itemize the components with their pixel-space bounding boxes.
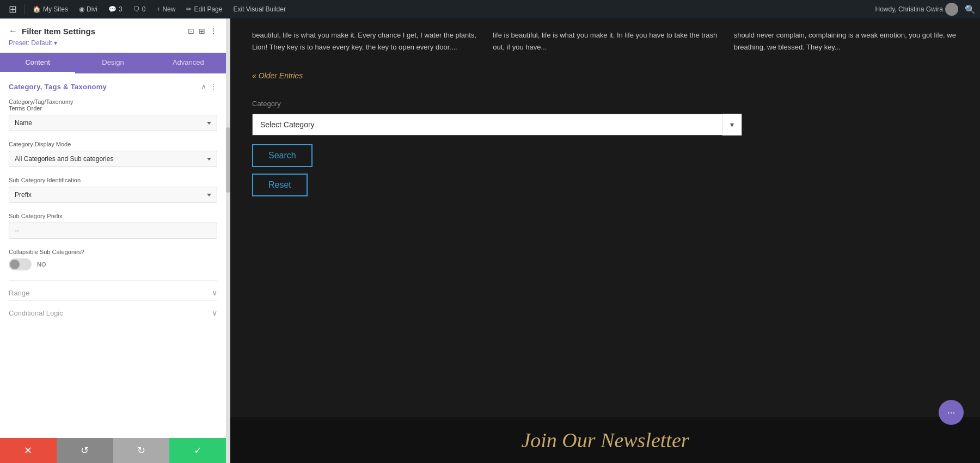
category-section: Category Select Category ▾ Search Reset [252, 98, 958, 203]
redo-button[interactable]: ↻ [113, 438, 170, 463]
terms-order-field: Category/Tag/Taxonomy Terms Order Name S… [9, 98, 217, 131]
panel-header: ← Filter Item Settings ⊡ ⊞ ⋮ Preset: Def… [0, 18, 226, 53]
section-title: Category, Tags & Taxonomy [9, 83, 107, 91]
sub-category-prefix-label: Sub Category Prefix [9, 213, 217, 219]
category-label: Category [252, 98, 958, 110]
tab-advanced[interactable]: Advanced [151, 53, 226, 73]
plus-icon: + [156, 5, 160, 13]
conditional-logic-header[interactable]: Conditional Logic ∨ [9, 308, 217, 317]
preset-label: Preset: Default ▾ [9, 39, 217, 47]
left-panel: ← Filter Item Settings ⊡ ⊞ ⋮ Preset: Def… [0, 18, 226, 463]
toggle-knob [10, 260, 20, 269]
avatar [945, 3, 958, 16]
exit-builder-button[interactable]: Exit Visual Builder [229, 3, 290, 15]
section-menu-icon[interactable]: ⋮ [210, 82, 217, 91]
comment-count-menu[interactable]: 🗨 0 [129, 3, 150, 15]
sub-category-id-label: Sub Category Identification [9, 177, 217, 183]
range-section: Range ∨ [9, 280, 217, 297]
search-icon[interactable]: 🔍 [965, 4, 976, 15]
comment-icon: 💬 [108, 5, 117, 13]
edit-page-link[interactable]: ✏ Edit Page [182, 3, 226, 15]
grid-icon[interactable]: ⊞ [199, 27, 205, 35]
sub-category-prefix-input[interactable] [9, 223, 217, 239]
tab-design[interactable]: Design [75, 53, 150, 73]
my-sites-icon: 🏠 [33, 5, 41, 13]
cancel-button[interactable]: ✕ [0, 438, 57, 463]
admin-bar-right: Howdy, Christina Gwira 🔍 [871, 1, 976, 18]
category-display-mode-field: Category Display Mode All Categories and… [9, 141, 217, 167]
newsletter-area: Join Our Newsletter [230, 417, 980, 463]
exit-builder-label: Exit Visual Builder [233, 5, 286, 13]
collapsible-sub-categories-field: Collapsible Sub Categories? NO [9, 249, 217, 270]
panel-header-top: ← Filter Item Settings ⊡ ⊞ ⋮ [9, 26, 217, 36]
panel-title: Filter Item Settings [22, 27, 183, 36]
blog-posts-grid: beautiful, life is what you make it. Eve… [252, 29, 958, 53]
admin-bar: ⊞ 🏠 My Sites ◉ Divi 💬 3 🗨 0 + New ✏ Edit… [0, 0, 980, 18]
preset-dropdown-icon[interactable]: ▾ [54, 39, 57, 47]
conditional-logic-chevron-icon: ∨ [212, 308, 217, 317]
my-sites-label: My Sites [43, 5, 68, 13]
reset-button[interactable]: Reset [252, 174, 308, 196]
category-display-mode-select[interactable]: All Categories and Sub categories Top Le… [9, 151, 217, 167]
filter-buttons: Search Reset [252, 144, 958, 203]
terms-order-select[interactable]: Name Slug Count Term Group ID [9, 115, 217, 131]
chat-bubble[interactable]: ··· [939, 400, 964, 425]
tab-content[interactable]: Content [0, 53, 75, 73]
comment-count-icon: 🗨 [133, 5, 140, 13]
search-button[interactable]: Search [252, 144, 313, 167]
preset-text: Preset: Default [9, 39, 52, 47]
main-layout: ← Filter Item Settings ⊡ ⊞ ⋮ Preset: Def… [0, 18, 980, 463]
category-select-wrapper[interactable]: Select Category ▾ [252, 114, 742, 135]
scrollbar-thumb[interactable] [226, 127, 230, 193]
right-canvas: beautiful, life is what you make it. Eve… [230, 18, 980, 463]
edit-icon: ✏ [186, 5, 192, 13]
save-button[interactable]: ✓ [169, 438, 226, 463]
newsletter-title: Join Our Newsletter [241, 428, 969, 452]
panel-scrollbar[interactable] [226, 18, 230, 463]
sub-category-id-select[interactable]: Prefix Indent None [9, 187, 217, 203]
bottom-toolbar: ✕ ↺ ↻ ✓ [0, 438, 226, 463]
blog-post-0: beautiful, life is what you make it. Eve… [252, 29, 476, 53]
comments-count: 3 [119, 5, 122, 13]
edit-page-label: Edit Page [194, 5, 222, 13]
my-sites-menu[interactable]: 🏠 My Sites [28, 3, 72, 15]
category-display-mode-label: Category Display Mode [9, 141, 217, 147]
separator-1 [24, 4, 25, 15]
howdy-label: Howdy, Christina Gwira [875, 5, 943, 13]
terms-order-label: Category/Tag/Taxonomy Terms Order [9, 98, 217, 112]
blog-area: beautiful, life is what you make it. Eve… [230, 18, 980, 214]
comments-menu[interactable]: 💬 3 [104, 3, 127, 15]
conditional-logic-title: Conditional Logic [9, 309, 63, 317]
menu-icon[interactable]: ⋮ [210, 27, 217, 35]
divi-label: Divi [87, 5, 97, 13]
panel-header-icons: ⊡ ⊞ ⋮ [188, 27, 217, 35]
toggle-label: NO [37, 261, 46, 268]
toggle-row: NO [9, 258, 217, 270]
range-header[interactable]: Range ∨ [9, 288, 217, 297]
category-dropdown-arrow[interactable]: ▾ [722, 114, 742, 135]
sub-category-prefix-field: Sub Category Prefix [9, 213, 217, 239]
section-controls: ∧ ⋮ [201, 82, 217, 91]
new-button[interactable]: + New [152, 3, 180, 15]
range-title: Range [9, 289, 29, 297]
panel-tabs: Content Design Advanced [0, 53, 226, 73]
sub-category-id-field: Sub Category Identification Prefix Inden… [9, 177, 217, 203]
collapsible-label: Collapsible Sub Categories? [9, 249, 217, 255]
section-header: Category, Tags & Taxonomy ∧ ⋮ [9, 82, 217, 91]
wp-icon[interactable]: ⊞ [4, 1, 21, 17]
conditional-logic-section: Conditional Logic ∨ [9, 300, 217, 317]
divi-icon: ◉ [79, 5, 84, 13]
blog-post-2: should never complain, complaining is a … [734, 29, 958, 53]
divi-menu[interactable]: ◉ Divi [75, 3, 102, 15]
section-collapse-icon[interactable]: ∧ [201, 82, 206, 91]
category-select-placeholder: Select Category [253, 119, 722, 131]
panel-content: Category, Tags & Taxonomy ∧ ⋮ Category/T… [0, 73, 226, 438]
older-entries-link[interactable]: « Older Entries [252, 70, 958, 82]
window-icon[interactable]: ⊡ [188, 27, 194, 35]
collapsible-toggle[interactable] [9, 258, 32, 270]
blog-post-1: life is beautiful, life is what you make… [493, 29, 717, 53]
new-label: New [162, 5, 175, 13]
undo-button[interactable]: ↺ [57, 438, 113, 463]
back-icon[interactable]: ← [9, 26, 17, 36]
user-info[interactable]: Howdy, Christina Gwira [871, 1, 963, 18]
